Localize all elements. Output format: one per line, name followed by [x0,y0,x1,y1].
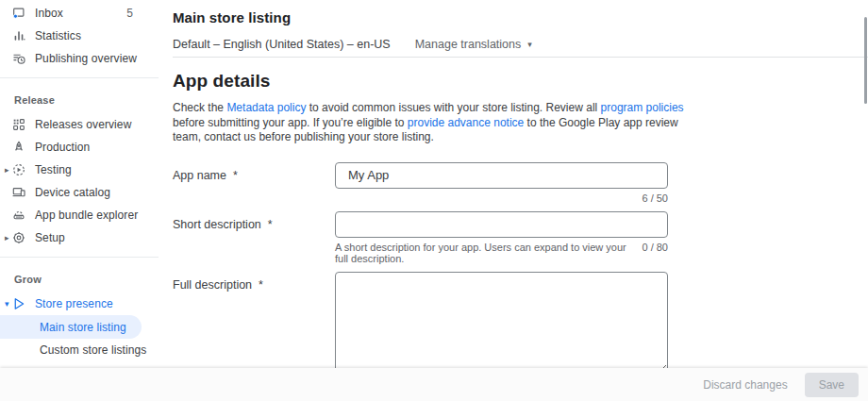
language-row: Default – English (United States) – en-U… [173,38,868,51]
sidebar-section-release: Release [0,86,159,113]
sidebar-item-label: Setup [35,231,65,244]
discard-changes-button[interactable]: Discard changes [695,373,794,397]
sidebar-item-main-store-listing[interactable]: Main store listing [0,315,142,339]
production-rocket-icon [11,140,26,155]
app-bundle-explorer-icon [11,208,26,223]
app-name-char-counter: 6 / 50 [642,192,668,204]
sidebar-divider [0,257,159,258]
device-catalog-icon [11,185,26,200]
sidebar-item-label: Releases overview [35,118,131,131]
vertical-scrollbar[interactable] [864,17,867,104]
header-divider [173,57,868,58]
sidebar-item-label: Statistics [35,29,81,42]
sidebar-section-grow: Grow [0,265,159,292]
intro-text: to avoid common issues with your store l… [306,101,600,114]
inbox-count-badge: 5 [126,7,133,20]
sidebar-item-label: Production [35,141,90,154]
footer-action-bar: Discard changes Save [0,368,868,401]
short-description-row: Short description* A short description f… [173,211,868,264]
manage-translations-button[interactable]: Manage translations ▾ [415,38,532,51]
program-policies-link[interactable]: program policies [601,101,684,114]
sidebar-item-label: Custom store listings [40,343,146,357]
app-details-intro: Check the Metadata policy to avoid commo… [173,101,691,145]
sidebar-item-label: Publishing overview [35,52,137,65]
required-asterisk: * [233,169,238,182]
chevron-down-icon: ▾ [527,41,532,49]
short-description-input[interactable] [335,211,668,238]
field-label-text: App name [173,169,226,182]
publishing-overview-icon [11,51,26,66]
sidebar-item-store-presence[interactable]: ▾ Store presence [0,292,159,315]
sidebar-item-inbox[interactable]: Inbox 5 [0,2,159,25]
sidebar-item-custom-store-listings[interactable]: Custom store listings [0,339,142,361]
app-name-input[interactable] [335,162,668,189]
required-asterisk: * [259,278,263,292]
provide-advance-notice-link[interactable]: provide advance notice [408,116,524,129]
chevron-down-icon[interactable]: ▾ [0,300,11,309]
sidebar-item-statistics[interactable]: Statistics [0,25,159,47]
field-label-text: Short description [173,218,261,231]
releases-overview-icon [11,117,26,132]
short-description-char-counter: 0 / 80 [642,242,668,264]
play-console-page: Inbox 5 Statistics Publishi [0,0,868,401]
gear-icon [11,230,26,245]
sidebar: Inbox 5 Statistics Publishi [0,0,159,384]
intro-text: before submitting your app. If you’re el… [173,116,408,129]
short-description-label: Short description* [173,211,335,264]
sidebar-divider [0,77,159,78]
sidebar-item-label: Main store listing [40,321,126,334]
inbox-icon [11,6,26,21]
metadata-policy-link[interactable]: Metadata policy [226,101,306,114]
sidebar-item-releases-overview[interactable]: Releases overview [0,113,159,136]
sidebar-item-device-catalog[interactable]: Device catalog [0,181,159,204]
google-play-icon [11,296,26,311]
short-description-helper: A short description for your app. Users … [335,242,642,264]
page-title: Main store listing [173,8,868,26]
required-asterisk: * [268,218,273,231]
bar-chart-icon [11,28,26,43]
sidebar-item-testing[interactable]: ▸ Testing [0,159,159,181]
testing-icon [11,162,26,177]
main-content: Main store listing Default – English (Un… [166,0,868,368]
app-details-heading: App details [173,70,868,92]
app-name-row: App name* 6 / 50 [173,162,868,204]
sidebar-item-app-bundle-explorer[interactable]: App bundle explorer [0,204,159,226]
field-label-text: Full description [173,278,252,292]
sidebar-item-setup[interactable]: ▸ Setup [0,226,159,249]
sidebar-item-label: Testing [35,163,72,176]
manage-translations-label: Manage translations [415,38,522,51]
sidebar-item-label: Inbox [35,7,63,20]
default-language-text: Default – English (United States) – en-U… [173,38,391,51]
chevron-right-icon[interactable]: ▸ [0,234,11,242]
sidebar-item-publishing-overview[interactable]: Publishing overview [0,47,159,70]
app-name-label: App name* [173,162,335,204]
intro-text: Check the [173,101,226,114]
sidebar-item-label: Store presence [35,297,113,310]
sidebar-item-label: Device catalog [35,186,110,199]
chevron-right-icon[interactable]: ▸ [0,166,11,175]
sidebar-item-production[interactable]: Production [0,136,159,159]
app-details-form: App name* 6 / 50 Short description* [173,162,868,389]
save-button[interactable]: Save [805,373,859,397]
sidebar-item-label: App bundle explorer [35,209,138,222]
full-description-textarea[interactable] [335,272,668,374]
